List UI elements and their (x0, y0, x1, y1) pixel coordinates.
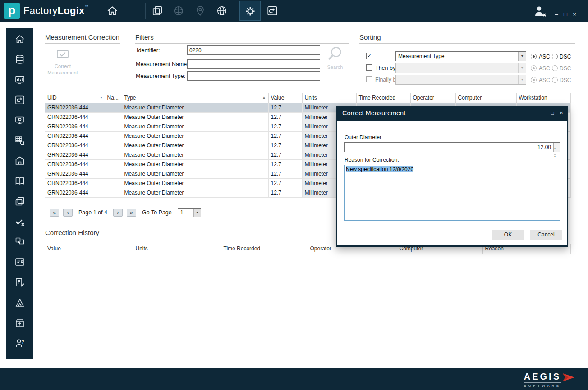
toolbar-separator (234, 3, 234, 19)
previous-page-button[interactable]: ‹ (63, 209, 73, 217)
sidebar-item-revert[interactable] (14, 94, 26, 106)
sidebar-item-badge[interactable] (14, 256, 26, 268)
column-header-units[interactable]: Units (302, 93, 356, 103)
sidebar-item-workstation[interactable] (14, 114, 26, 126)
dsc-label: DSC (560, 77, 571, 83)
identifier-input[interactable] (187, 45, 320, 55)
sidebar-item-design[interactable] (14, 297, 26, 308)
sort-finally-asc-radio[interactable] (531, 77, 537, 83)
sidebar-item-documents[interactable] (14, 195, 26, 207)
sort-primary-dropdown[interactable]: Measurement Type▾ (395, 51, 526, 61)
cancel-button[interactable]: Cancel (530, 230, 562, 240)
sidebar-item-home[interactable] (14, 33, 26, 45)
history-column-value[interactable]: Value (45, 244, 133, 254)
cell-value: 12.7 (268, 178, 302, 188)
sidebar-item-lookup[interactable] (14, 135, 26, 146)
database-icon (14, 54, 25, 65)
location-pin-icon (194, 5, 206, 17)
history-column-units[interactable]: Units (133, 244, 221, 254)
sidebar-item-library[interactable] (14, 175, 26, 187)
dialog-maximize-button[interactable]: □ (549, 110, 556, 116)
undo-box-icon (14, 95, 25, 105)
sort-then-checkbox[interactable] (366, 64, 372, 71)
cell-uid: GRN022036-444 (45, 169, 105, 178)
home-nav-button[interactable] (106, 5, 118, 17)
aegis-software-label: SOFTWARE (524, 384, 574, 388)
toolbar-item-location[interactable] (194, 5, 206, 17)
dialog-titlebar[interactable]: Correct Measurement – □ × (336, 106, 568, 121)
filter-arrow-icon[interactable]: ▾ (100, 95, 102, 100)
home-icon (106, 5, 118, 17)
first-page-button[interactable]: « (50, 209, 59, 217)
close-button[interactable]: × (571, 11, 578, 18)
cell-uid: GRN022036-444 (45, 188, 105, 197)
goto-page-select[interactable]: 1▾ (178, 208, 201, 217)
measurement-name-input[interactable] (187, 59, 320, 69)
sidebar-item-support[interactable]: ? (14, 337, 26, 349)
sort-primary-asc-radio[interactable] (531, 54, 537, 59)
reason-textarea[interactable]: New specification 12/8/2020 (344, 165, 560, 221)
toolbar-item-cad[interactable] (173, 5, 184, 17)
sort-primary-checkbox[interactable]: ✓ (366, 53, 372, 59)
sort-finally-checkbox[interactable] (366, 76, 372, 82)
sorting-rule (359, 43, 575, 44)
cell-uid: GRN022036-444 (45, 131, 105, 141)
column-header-operator[interactable]: Operator (410, 93, 455, 103)
spinner-down-icon[interactable]: ▼ (554, 154, 556, 158)
titlebar: p FactoryLogix™ – □ × (0, 0, 588, 22)
sidebar-item-records[interactable] (14, 277, 26, 288)
sort-then-dsc-radio[interactable] (552, 65, 558, 71)
user-account-button[interactable] (533, 5, 547, 18)
sort-primary-dsc-radio[interactable] (552, 54, 558, 59)
user-question-icon: ? (14, 338, 25, 349)
column-header-value[interactable]: Value (268, 93, 302, 103)
box-arrow-icon (14, 317, 25, 328)
check-x-icon (14, 216, 25, 227)
sidebar-item-shipping[interactable] (14, 317, 26, 329)
cell-uid: GRN022036-444 (45, 159, 105, 169)
toolbar-item-web[interactable] (216, 5, 228, 17)
sort-then-dropdown[interactable]: ▾ (395, 63, 526, 73)
asc-label: ASC (539, 54, 550, 60)
sidebar-item-transfer[interactable] (14, 236, 26, 248)
ok-button[interactable]: OK (492, 230, 524, 240)
measurement-name-label: Measurement Name: (136, 61, 188, 68)
svg-text:?: ? (22, 340, 24, 345)
history-column-time-recorded[interactable]: Time Recorded (221, 244, 308, 254)
cell-na (105, 169, 122, 178)
column-header-computer[interactable]: Computer (455, 93, 516, 103)
cell-value: 12.7 (268, 141, 302, 150)
column-header-time-recorded[interactable]: Time Recorded (356, 93, 410, 103)
correct-measurement-button[interactable]: Correct Measurement (46, 49, 79, 76)
cell-uid: GRN022036-444 (45, 103, 105, 112)
sort-then-asc-radio[interactable] (531, 65, 537, 71)
sidebar-item-factory[interactable] (14, 155, 26, 167)
toolbar-item-history[interactable] (266, 5, 278, 17)
sidebar-item-data[interactable] (14, 54, 26, 65)
next-page-button[interactable]: › (113, 209, 123, 217)
last-page-button[interactable]: » (127, 209, 136, 217)
toolbar-item-settings[interactable] (239, 1, 261, 21)
dialog-minimize-button[interactable]: – (540, 110, 547, 116)
set-square-icon (14, 297, 25, 308)
maximize-button[interactable]: □ (562, 11, 569, 18)
reason-label: Reason for Correction: (345, 157, 399, 163)
sort-finally-dsc-radio[interactable] (552, 77, 558, 83)
column-header-uid[interactable]: UID▾ (45, 93, 105, 103)
minimize-button[interactable]: – (553, 11, 560, 18)
sort-finally-dropdown[interactable]: ▾ (395, 75, 526, 85)
sidebar-item-planning[interactable] (14, 74, 26, 86)
column-header-type[interactable]: Type▲ (122, 93, 268, 103)
measurement-type-input[interactable] (187, 71, 320, 81)
spinner-up-icon[interactable]: ▲ (554, 147, 556, 150)
cell-uid: GRN022036-444 (45, 141, 105, 150)
column-header-name[interactable]: Na... (105, 93, 122, 103)
dialog-close-button[interactable]: × (558, 110, 565, 116)
column-header-workstation[interactable]: Workstation (516, 93, 570, 103)
search-icon (326, 45, 344, 62)
undo-box-icon (266, 5, 278, 17)
toolbar-item-documents[interactable] (152, 5, 163, 17)
outer-diameter-input[interactable]: 12.00 ▲ ▼ (344, 142, 560, 152)
search-button[interactable]: Search (322, 45, 348, 75)
sidebar-item-quality[interactable] (14, 216, 26, 227)
